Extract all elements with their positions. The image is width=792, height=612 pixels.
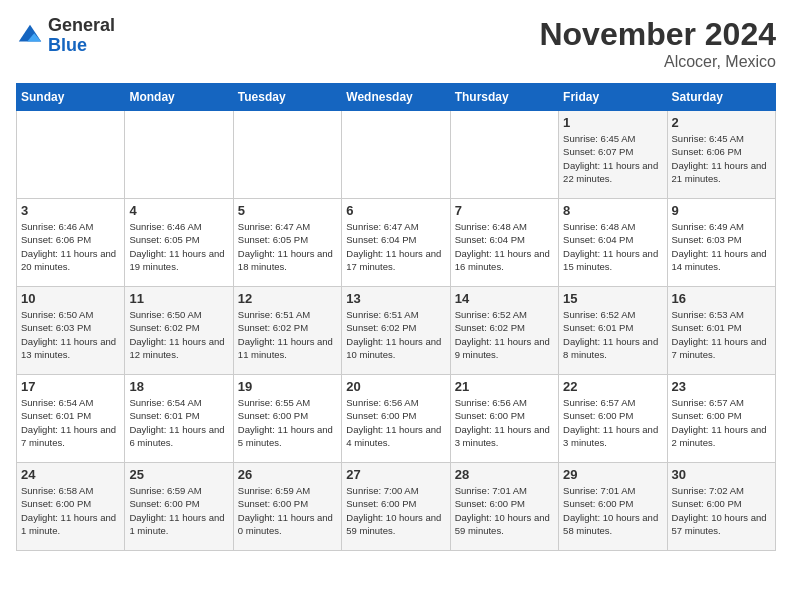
day-number: 8 bbox=[563, 203, 662, 218]
day-detail: Sunrise: 6:53 AM Sunset: 6:01 PM Dayligh… bbox=[672, 308, 771, 361]
weekday-header: Sunday bbox=[17, 84, 125, 111]
day-detail: Sunrise: 6:45 AM Sunset: 6:06 PM Dayligh… bbox=[672, 132, 771, 185]
day-number: 3 bbox=[21, 203, 120, 218]
day-detail: Sunrise: 6:46 AM Sunset: 6:05 PM Dayligh… bbox=[129, 220, 228, 273]
calendar-cell: 9Sunrise: 6:49 AM Sunset: 6:03 PM Daylig… bbox=[667, 199, 775, 287]
day-number: 25 bbox=[129, 467, 228, 482]
calendar-cell: 11Sunrise: 6:50 AM Sunset: 6:02 PM Dayli… bbox=[125, 287, 233, 375]
day-number: 22 bbox=[563, 379, 662, 394]
calendar-cell: 25Sunrise: 6:59 AM Sunset: 6:00 PM Dayli… bbox=[125, 463, 233, 551]
day-number: 23 bbox=[672, 379, 771, 394]
day-number: 21 bbox=[455, 379, 554, 394]
day-detail: Sunrise: 6:59 AM Sunset: 6:00 PM Dayligh… bbox=[238, 484, 337, 537]
day-detail: Sunrise: 6:58 AM Sunset: 6:00 PM Dayligh… bbox=[21, 484, 120, 537]
day-number: 19 bbox=[238, 379, 337, 394]
day-detail: Sunrise: 6:45 AM Sunset: 6:07 PM Dayligh… bbox=[563, 132, 662, 185]
calendar-cell bbox=[125, 111, 233, 199]
calendar-cell: 19Sunrise: 6:55 AM Sunset: 6:00 PM Dayli… bbox=[233, 375, 341, 463]
day-number: 17 bbox=[21, 379, 120, 394]
calendar-week-row: 24Sunrise: 6:58 AM Sunset: 6:00 PM Dayli… bbox=[17, 463, 776, 551]
weekday-header: Thursday bbox=[450, 84, 558, 111]
calendar-week-row: 1Sunrise: 6:45 AM Sunset: 6:07 PM Daylig… bbox=[17, 111, 776, 199]
day-detail: Sunrise: 6:56 AM Sunset: 6:00 PM Dayligh… bbox=[455, 396, 554, 449]
day-detail: Sunrise: 6:51 AM Sunset: 6:02 PM Dayligh… bbox=[238, 308, 337, 361]
day-detail: Sunrise: 6:49 AM Sunset: 6:03 PM Dayligh… bbox=[672, 220, 771, 273]
calendar-cell: 24Sunrise: 6:58 AM Sunset: 6:00 PM Dayli… bbox=[17, 463, 125, 551]
day-detail: Sunrise: 7:01 AM Sunset: 6:00 PM Dayligh… bbox=[563, 484, 662, 537]
day-number: 6 bbox=[346, 203, 445, 218]
day-detail: Sunrise: 6:56 AM Sunset: 6:00 PM Dayligh… bbox=[346, 396, 445, 449]
day-detail: Sunrise: 6:46 AM Sunset: 6:06 PM Dayligh… bbox=[21, 220, 120, 273]
day-number: 4 bbox=[129, 203, 228, 218]
day-detail: Sunrise: 6:50 AM Sunset: 6:02 PM Dayligh… bbox=[129, 308, 228, 361]
calendar-table: SundayMondayTuesdayWednesdayThursdayFrid… bbox=[16, 83, 776, 551]
day-detail: Sunrise: 7:01 AM Sunset: 6:00 PM Dayligh… bbox=[455, 484, 554, 537]
calendar-cell: 27Sunrise: 7:00 AM Sunset: 6:00 PM Dayli… bbox=[342, 463, 450, 551]
calendar-cell: 26Sunrise: 6:59 AM Sunset: 6:00 PM Dayli… bbox=[233, 463, 341, 551]
day-number: 7 bbox=[455, 203, 554, 218]
calendar-cell: 23Sunrise: 6:57 AM Sunset: 6:00 PM Dayli… bbox=[667, 375, 775, 463]
page-header: General Blue November 2024 Alcocer, Mexi… bbox=[16, 16, 776, 71]
calendar-week-row: 17Sunrise: 6:54 AM Sunset: 6:01 PM Dayli… bbox=[17, 375, 776, 463]
calendar-cell: 8Sunrise: 6:48 AM Sunset: 6:04 PM Daylig… bbox=[559, 199, 667, 287]
day-detail: Sunrise: 6:48 AM Sunset: 6:04 PM Dayligh… bbox=[455, 220, 554, 273]
calendar-cell: 17Sunrise: 6:54 AM Sunset: 6:01 PM Dayli… bbox=[17, 375, 125, 463]
calendar-cell: 6Sunrise: 6:47 AM Sunset: 6:04 PM Daylig… bbox=[342, 199, 450, 287]
calendar-week-row: 3Sunrise: 6:46 AM Sunset: 6:06 PM Daylig… bbox=[17, 199, 776, 287]
day-number: 2 bbox=[672, 115, 771, 130]
calendar-cell: 12Sunrise: 6:51 AM Sunset: 6:02 PM Dayli… bbox=[233, 287, 341, 375]
logo: General Blue bbox=[16, 16, 115, 56]
day-number: 9 bbox=[672, 203, 771, 218]
calendar-cell: 4Sunrise: 6:46 AM Sunset: 6:05 PM Daylig… bbox=[125, 199, 233, 287]
calendar-cell: 13Sunrise: 6:51 AM Sunset: 6:02 PM Dayli… bbox=[342, 287, 450, 375]
calendar-cell: 5Sunrise: 6:47 AM Sunset: 6:05 PM Daylig… bbox=[233, 199, 341, 287]
weekday-header: Tuesday bbox=[233, 84, 341, 111]
calendar-cell: 18Sunrise: 6:54 AM Sunset: 6:01 PM Dayli… bbox=[125, 375, 233, 463]
calendar-cell: 30Sunrise: 7:02 AM Sunset: 6:00 PM Dayli… bbox=[667, 463, 775, 551]
calendar-cell: 20Sunrise: 6:56 AM Sunset: 6:00 PM Dayli… bbox=[342, 375, 450, 463]
calendar-cell bbox=[342, 111, 450, 199]
calendar-cell: 28Sunrise: 7:01 AM Sunset: 6:00 PM Dayli… bbox=[450, 463, 558, 551]
day-number: 12 bbox=[238, 291, 337, 306]
day-detail: Sunrise: 7:00 AM Sunset: 6:00 PM Dayligh… bbox=[346, 484, 445, 537]
calendar-cell: 7Sunrise: 6:48 AM Sunset: 6:04 PM Daylig… bbox=[450, 199, 558, 287]
weekday-header: Monday bbox=[125, 84, 233, 111]
calendar-cell: 22Sunrise: 6:57 AM Sunset: 6:00 PM Dayli… bbox=[559, 375, 667, 463]
calendar-cell: 16Sunrise: 6:53 AM Sunset: 6:01 PM Dayli… bbox=[667, 287, 775, 375]
day-number: 14 bbox=[455, 291, 554, 306]
day-detail: Sunrise: 6:48 AM Sunset: 6:04 PM Dayligh… bbox=[563, 220, 662, 273]
day-number: 13 bbox=[346, 291, 445, 306]
day-number: 27 bbox=[346, 467, 445, 482]
calendar-cell bbox=[450, 111, 558, 199]
calendar-cell: 1Sunrise: 6:45 AM Sunset: 6:07 PM Daylig… bbox=[559, 111, 667, 199]
location: Alcocer, Mexico bbox=[539, 53, 776, 71]
day-number: 11 bbox=[129, 291, 228, 306]
day-detail: Sunrise: 7:02 AM Sunset: 6:00 PM Dayligh… bbox=[672, 484, 771, 537]
day-number: 24 bbox=[21, 467, 120, 482]
calendar-cell: 10Sunrise: 6:50 AM Sunset: 6:03 PM Dayli… bbox=[17, 287, 125, 375]
calendar-cell: 14Sunrise: 6:52 AM Sunset: 6:02 PM Dayli… bbox=[450, 287, 558, 375]
calendar-cell: 2Sunrise: 6:45 AM Sunset: 6:06 PM Daylig… bbox=[667, 111, 775, 199]
day-detail: Sunrise: 6:51 AM Sunset: 6:02 PM Dayligh… bbox=[346, 308, 445, 361]
calendar-cell bbox=[233, 111, 341, 199]
day-number: 29 bbox=[563, 467, 662, 482]
day-number: 20 bbox=[346, 379, 445, 394]
calendar-cell: 29Sunrise: 7:01 AM Sunset: 6:00 PM Dayli… bbox=[559, 463, 667, 551]
title-block: November 2024 Alcocer, Mexico bbox=[539, 16, 776, 71]
day-number: 5 bbox=[238, 203, 337, 218]
day-detail: Sunrise: 6:57 AM Sunset: 6:00 PM Dayligh… bbox=[563, 396, 662, 449]
day-detail: Sunrise: 6:54 AM Sunset: 6:01 PM Dayligh… bbox=[21, 396, 120, 449]
day-detail: Sunrise: 6:47 AM Sunset: 6:04 PM Dayligh… bbox=[346, 220, 445, 273]
calendar-week-row: 10Sunrise: 6:50 AM Sunset: 6:03 PM Dayli… bbox=[17, 287, 776, 375]
day-number: 26 bbox=[238, 467, 337, 482]
month-title: November 2024 bbox=[539, 16, 776, 53]
calendar-cell: 15Sunrise: 6:52 AM Sunset: 6:01 PM Dayli… bbox=[559, 287, 667, 375]
day-detail: Sunrise: 6:50 AM Sunset: 6:03 PM Dayligh… bbox=[21, 308, 120, 361]
weekday-header: Friday bbox=[559, 84, 667, 111]
day-number: 18 bbox=[129, 379, 228, 394]
calendar-header-row: SundayMondayTuesdayWednesdayThursdayFrid… bbox=[17, 84, 776, 111]
day-detail: Sunrise: 6:57 AM Sunset: 6:00 PM Dayligh… bbox=[672, 396, 771, 449]
calendar-cell: 3Sunrise: 6:46 AM Sunset: 6:06 PM Daylig… bbox=[17, 199, 125, 287]
weekday-header: Saturday bbox=[667, 84, 775, 111]
day-number: 30 bbox=[672, 467, 771, 482]
